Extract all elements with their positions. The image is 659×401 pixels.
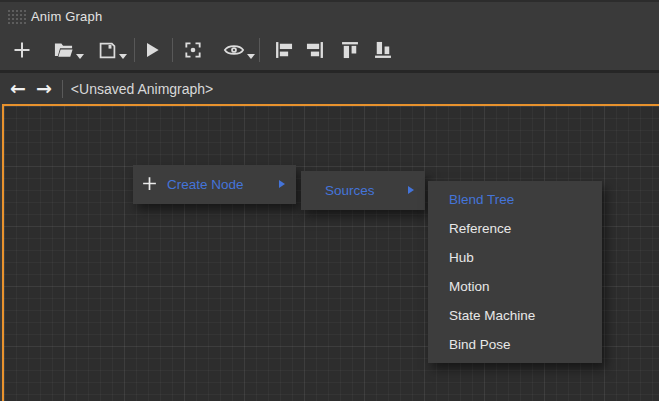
play-icon <box>142 40 162 60</box>
save-button[interactable] <box>98 36 127 64</box>
breadcrumb: <Unsaved Animgraph> <box>71 81 213 97</box>
menu-item-label: State Machine <box>449 308 535 323</box>
dropdown-caret-icon <box>247 54 255 59</box>
forward-button[interactable]: → <box>32 79 56 98</box>
context-menu-sources: Sources <box>301 171 425 210</box>
back-button[interactable]: ← <box>6 79 30 98</box>
align-bottom-icon <box>374 41 392 59</box>
align-top-button[interactable] <box>341 36 359 64</box>
plus-icon <box>12 40 32 60</box>
align-right-button[interactable] <box>306 36 324 64</box>
eye-icon <box>223 42 245 58</box>
dropdown-caret-icon <box>76 54 84 59</box>
menu-item-state-machine[interactable]: State Machine <box>428 301 602 330</box>
focus-icon <box>183 40 203 60</box>
menu-item-label: Hub <box>449 250 474 265</box>
menu-item-reference[interactable]: Reference <box>428 214 602 243</box>
play-button[interactable] <box>142 36 162 64</box>
nav-separator <box>62 80 63 98</box>
menu-item-motion[interactable]: Motion <box>428 272 602 301</box>
menu-item-sources[interactable]: Sources <box>301 176 425 205</box>
align-top-icon <box>341 41 359 59</box>
dropdown-caret-icon <box>119 54 127 59</box>
menu-item-label: Create Node <box>167 177 244 192</box>
drag-handle-icon[interactable] <box>7 8 27 24</box>
context-submenu-sources: Blend Tree Reference Hub Motion State Ma… <box>428 181 602 363</box>
align-left-button[interactable] <box>275 36 293 64</box>
menu-item-hub[interactable]: Hub <box>428 243 602 272</box>
window-titlebar: Anim Graph <box>0 0 659 30</box>
folder-icon <box>53 41 74 59</box>
window-title: Anim Graph <box>31 9 102 24</box>
menu-item-label: Reference <box>449 221 511 236</box>
toolbar-separator <box>172 38 173 62</box>
menu-item-label: Motion <box>449 279 490 294</box>
align-right-icon <box>306 41 324 59</box>
toolbar <box>0 30 659 73</box>
submenu-arrow-icon <box>279 180 285 188</box>
align-bottom-button[interactable] <box>374 36 392 64</box>
menu-item-label: Blend Tree <box>449 192 514 207</box>
submenu-arrow-icon <box>408 186 414 194</box>
anim-graph-window: Anim Graph <box>0 0 659 401</box>
zoom-to-fit-button[interactable] <box>183 36 203 64</box>
menu-item-bind-pose[interactable]: Bind Pose <box>428 330 602 359</box>
align-left-icon <box>275 41 293 59</box>
visibility-button[interactable] <box>223 36 255 64</box>
menu-item-label: Bind Pose <box>449 337 511 352</box>
graph-nav-bar: ← → <Unsaved Animgraph> <box>0 73 659 104</box>
add-new-button[interactable] <box>12 36 32 64</box>
context-menu-create-node: Create Node <box>133 165 296 204</box>
toolbar-separator <box>259 38 260 62</box>
menu-item-create-node[interactable]: Create Node <box>133 170 296 199</box>
menu-item-label: Sources <box>325 183 375 198</box>
toolbar-separator <box>134 38 135 62</box>
plus-icon <box>141 175 158 195</box>
open-button[interactable] <box>53 36 84 64</box>
menu-item-blend-tree[interactable]: Blend Tree <box>428 185 602 214</box>
save-icon <box>98 41 117 60</box>
